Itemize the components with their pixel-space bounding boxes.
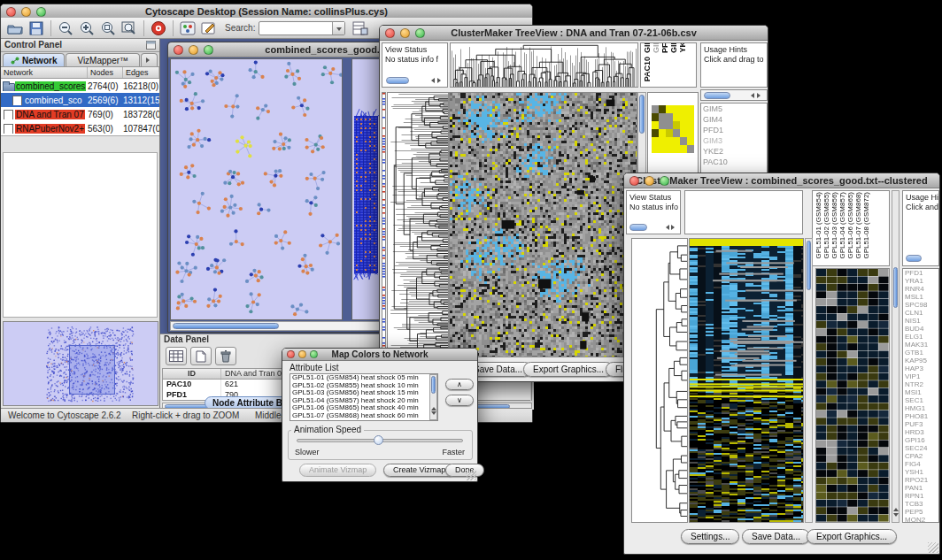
column-label[interactable]: GPL51-06 (GSM865) — [846, 192, 854, 259]
minimize-button[interactable] — [21, 7, 31, 17]
gene-label[interactable]: NTR2 — [903, 380, 938, 388]
gene-label[interactable]: PAN1 — [903, 484, 938, 492]
tab-overflow-button[interactable] — [141, 53, 158, 66]
zoom-button[interactable] — [204, 45, 213, 55]
treeview-button[interactable]: Settings... — [681, 529, 739, 544]
column-label[interactable]: GPL51-02 (GSM855) — [822, 192, 830, 259]
column-label[interactable]: GIM3 — [669, 42, 678, 53]
tab-network[interactable]: Network — [3, 53, 65, 66]
gene-label[interactable]: HAP3 — [903, 364, 938, 372]
detail-heatmap[interactable] — [815, 268, 890, 523]
zoom-fit-icon[interactable] — [120, 19, 139, 37]
column-label[interactable]: GIM4 — [652, 42, 660, 53]
dialog-button[interactable]: Done — [445, 464, 484, 477]
close-button[interactable] — [174, 45, 183, 55]
gene-label[interactable]: MSL1 — [903, 293, 938, 301]
scroll-left-icon[interactable] — [429, 78, 435, 83]
close-button[interactable] — [629, 176, 639, 186]
gene-label[interactable]: FIG4 — [903, 460, 938, 468]
column-dendrogram-area[interactable] — [684, 190, 803, 234]
gene-label[interactable]: NIS1 — [903, 317, 938, 325]
gene-label[interactable]: RPO21 — [903, 476, 938, 484]
gene-label[interactable]: PFD1 — [701, 125, 767, 135]
gene-label[interactable]: PUF3 — [903, 420, 938, 428]
column-label[interactable]: GIM5 — [643, 42, 652, 53]
gene-label[interactable]: CPA2 — [903, 452, 938, 460]
attribute-list-item[interactable]: GPL51-07 (GSM868) heat shock 60 min — [290, 412, 437, 420]
gene-label[interactable]: SEC1 — [903, 396, 938, 404]
gene-label[interactable]: RNR4 — [903, 285, 938, 293]
scrollbar-thumb[interactable] — [629, 224, 647, 231]
delete-attribute-icon[interactable] — [215, 347, 236, 365]
zoom-button[interactable] — [415, 28, 425, 38]
scroll-left-icon[interactable] — [663, 225, 669, 230]
float-panel-icon[interactable] — [146, 41, 156, 50]
birds-eye-view[interactable] — [3, 321, 158, 406]
gene-label[interactable]: KAP95 — [903, 357, 938, 364]
resize-grip[interactable] — [928, 542, 938, 553]
network-list-row[interactable]: combined_scores 2764(0) 16218(0) — [1, 79, 159, 93]
gene-label[interactable]: GPI16 — [903, 436, 938, 444]
scroll-down-icon[interactable] — [893, 513, 899, 519]
minimize-button[interactable] — [400, 28, 410, 38]
search-input[interactable] — [259, 21, 345, 35]
gene-label[interactable]: ELG1 — [903, 333, 938, 341]
gene-list-vscrollbar[interactable] — [892, 190, 900, 523]
row-dendrogram[interactable] — [631, 238, 688, 523]
network-list-row[interactable]: combined_sco 2569(6) 13112(15) — [1, 93, 159, 107]
gene-label[interactable]: GIM4 — [701, 114, 767, 125]
gene-label[interactable]: PAC10 — [701, 157, 767, 167]
zoom-in-icon[interactable] — [77, 19, 97, 37]
column-label[interactable]: GPL51-03 (GSM856) — [830, 192, 838, 259]
gene-label[interactable]: SEC24 — [903, 444, 938, 452]
attribute-browser-icon[interactable] — [351, 19, 370, 37]
scrollbar-thumb[interactable] — [431, 376, 436, 394]
gene-label[interactable]: YSH1 — [903, 468, 938, 476]
network-list-row[interactable]: DNA and Tran 07 769(0) 183728(0) — [1, 107, 159, 121]
gene-label[interactable]: PEP5 — [903, 508, 938, 516]
zoom-button[interactable] — [660, 176, 669, 186]
gene-label[interactable]: PFD1 — [903, 269, 938, 277]
scrollbar-thumb[interactable] — [893, 267, 898, 308]
gene-label[interactable]: HMG1 — [903, 404, 938, 412]
scroll-left-icon[interactable] — [748, 93, 754, 98]
gene-label[interactable]: TCB3 — [903, 500, 938, 508]
scroll-right-icon[interactable] — [757, 93, 763, 98]
gene-label[interactable]: PHO81 — [903, 412, 938, 420]
treeview-button[interactable]: Save Data... — [742, 529, 810, 544]
gene-label[interactable]: CLN1 — [903, 309, 938, 317]
zoom-button[interactable] — [310, 350, 318, 358]
gene-label[interactable]: VIP1 — [903, 372, 938, 380]
attribute-table-icon[interactable] — [166, 347, 187, 365]
scroll-up-icon[interactable] — [431, 404, 436, 410]
dialog-button[interactable]: Animate Vizmap — [299, 464, 376, 477]
column-label[interactable]: PAC10 — [643, 57, 652, 81]
network-canvas-grid-cluster[interactable] — [351, 58, 381, 320]
close-button[interactable] — [385, 28, 395, 38]
network-list-row[interactable]: RNAPuberNov2+ 563(0) 107847(0) — [1, 121, 159, 135]
scrollbar-thumb[interactable] — [639, 95, 645, 134]
scroll-right-icon[interactable] — [671, 225, 677, 230]
gene-label[interactable]: GIM3 — [701, 135, 767, 146]
minimize-button[interactable] — [645, 176, 654, 186]
tab-vizmapper[interactable]: VizMapper™ — [66, 53, 140, 66]
global-heatmap[interactable] — [449, 92, 637, 357]
gene-label[interactable]: RPN1 — [903, 492, 938, 500]
global-heatmap[interactable] — [689, 238, 804, 523]
gene-label[interactable]: MON2 — [903, 516, 938, 523]
minimize-button[interactable] — [298, 350, 306, 358]
column-label[interactable]: YKE2 — [678, 42, 687, 53]
zoom-out-icon[interactable] — [56, 19, 75, 37]
scrollbar-thumb[interactable] — [173, 323, 279, 329]
resize-grip[interactable] — [466, 470, 476, 480]
column-label[interactable]: GPL51-01 (GSM854) — [815, 192, 822, 259]
gene-label[interactable]: GIM5 — [701, 104, 767, 114]
minimize-button[interactable] — [189, 45, 198, 55]
help-icon[interactable] — [149, 19, 168, 37]
move-down-button[interactable]: ∨ — [445, 395, 474, 406]
birds-eye-selection[interactable] — [69, 345, 115, 395]
new-attribute-icon[interactable] — [190, 347, 212, 365]
column-label[interactable]: PFD1 — [660, 42, 669, 53]
scrollbar-thumb[interactable] — [704, 92, 730, 99]
treeview1-titlebar[interactable]: ClusterMaker TreeView : DNA and Tran 07-… — [380, 26, 768, 41]
